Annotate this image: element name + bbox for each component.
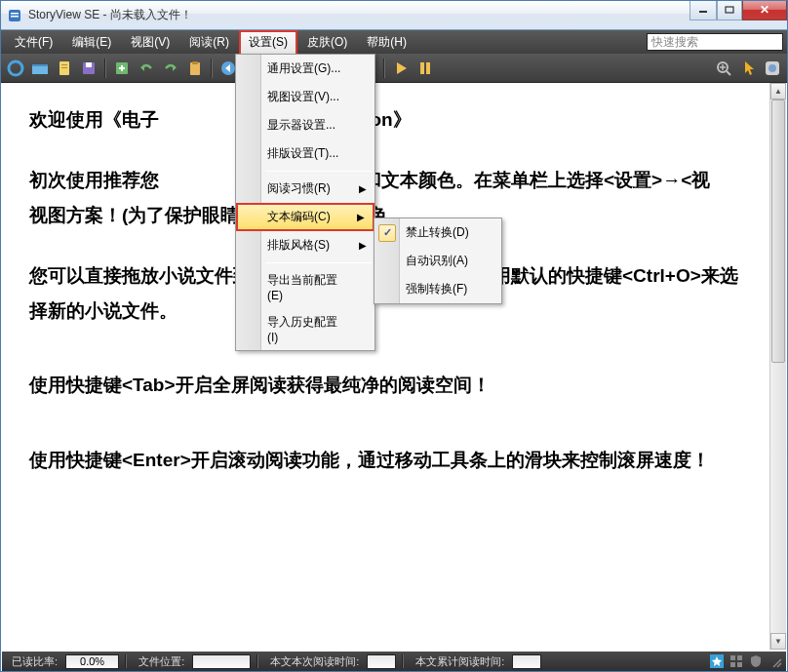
read-ratio-label: 已读比率: — [6, 654, 63, 669]
file-pos-label: 文件位置: — [133, 654, 190, 669]
submenu-arrow-icon: ▶ — [359, 240, 367, 251]
svg-rect-27 — [426, 62, 430, 74]
status-grid-icon[interactable] — [729, 654, 743, 668]
book-icon[interactable] — [54, 58, 75, 79]
svg-rect-34 — [730, 662, 735, 667]
window-controls: ✕ — [690, 1, 787, 20]
toolbar-sep — [104, 59, 106, 78]
content-p4: 使用快捷键<Tab>开启全屏阅读获得最纯净的阅读空间！ — [29, 368, 742, 403]
save-icon[interactable] — [78, 58, 99, 79]
search-input[interactable]: 快速搜索 — [647, 33, 783, 51]
svg-rect-7 — [61, 64, 67, 65]
submenu-arrow-icon: ▶ — [359, 183, 367, 194]
status-shield-icon[interactable] — [749, 654, 763, 668]
menu-layout-settings[interactable]: 排版设置(T)... — [236, 139, 374, 168]
submenu-disable-convert[interactable]: ✓ 禁止转换(D) — [374, 218, 501, 247]
maximize-button[interactable] — [717, 1, 742, 20]
status-resize-icon[interactable] — [768, 654, 782, 668]
toolbar-sep — [383, 59, 385, 78]
svg-rect-13 — [192, 61, 198, 64]
toolbar — [1, 54, 787, 83]
svg-rect-35 — [737, 662, 742, 667]
svg-rect-32 — [730, 655, 735, 660]
window-title: StoryView SE - 尚未载入文件！ — [28, 7, 690, 23]
content-p1: 欢迎使用《电子 econd Edition》 — [29, 102, 742, 138]
read-ratio-value: 0.0% — [65, 654, 119, 669]
svg-rect-33 — [737, 655, 742, 660]
vertical-scrollbar[interactable]: ▲ ▼ — [769, 83, 786, 650]
titlebar: StoryView SE - 尚未载入文件！ ✕ — [1, 1, 787, 30]
refresh-icon[interactable] — [5, 58, 26, 79]
svg-rect-8 — [61, 67, 67, 68]
open-folder-icon[interactable] — [29, 58, 51, 79]
app-icon — [7, 8, 22, 23]
zoom-in-icon[interactable] — [713, 58, 734, 79]
menu-read[interactable]: 阅读(R) — [179, 30, 239, 55]
total-time-value — [512, 654, 541, 669]
search-placeholder: 快速搜索 — [651, 34, 698, 51]
undo-icon[interactable] — [136, 58, 157, 79]
svg-rect-26 — [420, 62, 424, 74]
file-pos-value — [192, 654, 251, 669]
svg-rect-4 — [726, 7, 733, 13]
svg-rect-2 — [11, 16, 19, 18]
scroll-down-icon[interactable]: ▼ — [770, 633, 786, 650]
clipboard-icon[interactable] — [184, 58, 206, 79]
app-window: StoryView SE - 尚未载入文件！ ✕ 文件(F) 编辑(E) 视图(… — [0, 0, 788, 672]
svg-point-5 — [9, 61, 22, 75]
menu-layout-style[interactable]: 排版风格(S)▶ — [236, 231, 374, 259]
menu-view[interactable]: 视图(V) — [121, 30, 179, 55]
check-icon: ✓ — [378, 224, 396, 242]
menu-help[interactable]: 帮助(H) — [357, 30, 416, 55]
menu-display-settings[interactable]: 显示器设置... — [236, 111, 374, 139]
pause-icon[interactable] — [414, 58, 436, 79]
total-time-label: 本文累计阅读时间: — [410, 654, 510, 669]
content-area: 欢迎使用《电子 econd Edition》 初次使用推荐您 己的背景和文本颜色… — [2, 83, 786, 650]
menu-settings[interactable]: 设置(S) — [239, 30, 297, 55]
menu-general-settings[interactable]: 通用设置(G)... — [236, 55, 374, 83]
toolbar-sep — [211, 59, 213, 78]
menu-file[interactable]: 文件(F) — [5, 30, 62, 55]
settings-dropdown: 通用设置(G)... 视图设置(V)... 显示器设置... 排版设置(T)..… — [235, 54, 375, 351]
play-icon[interactable] — [390, 58, 412, 79]
menu-edit[interactable]: 编辑(E) — [62, 30, 121, 55]
svg-rect-10 — [86, 62, 92, 67]
pointer-icon[interactable] — [737, 58, 759, 79]
menu-reading-habit[interactable]: 阅读习惯(R)▶ — [236, 175, 374, 203]
menu-skin[interactable]: 皮肤(O) — [297, 30, 357, 55]
svg-point-30 — [768, 64, 776, 72]
menu-import-config[interactable]: 导入历史配置(I) — [236, 308, 374, 350]
menu-export-config[interactable]: 导出当前配置(E) — [236, 266, 374, 308]
app-icon-small[interactable] — [762, 58, 783, 79]
statusbar: 已读比率: 0.0% 文件位置: 本文本次阅读时间: 本文累计阅读时间: — [2, 652, 786, 671]
save-as-icon[interactable] — [111, 58, 133, 79]
status-star-icon[interactable] — [710, 654, 724, 668]
menu-separator — [265, 262, 373, 263]
session-time-label: 本文本次阅读时间: — [264, 654, 365, 669]
submenu-arrow-icon: ▶ — [357, 212, 365, 222]
submenu-auto-detect[interactable]: 自动识别(A) — [374, 247, 501, 275]
menu-view-settings[interactable]: 视图设置(V)... — [236, 83, 374, 111]
session-time-value — [367, 654, 396, 669]
menu-text-encoding[interactable]: 文本编码(C)▶ — [236, 203, 374, 231]
encoding-submenu: ✓ 禁止转换(D) 自动识别(A) 强制转换(F) — [374, 217, 502, 304]
redo-icon[interactable] — [160, 58, 181, 79]
content-p5: 使用快捷键<Enter>开启滚动阅读功能，通过移动工具条上的滑块来控制滚屏速度！ — [29, 443, 742, 478]
menubar: 文件(F) 编辑(E) 视图(V) 阅读(R) 设置(S) 皮肤(O) 帮助(H… — [1, 30, 787, 54]
submenu-force-convert[interactable]: 强制转换(F) — [374, 275, 501, 303]
close-button[interactable]: ✕ — [742, 1, 787, 20]
minimize-button[interactable] — [690, 1, 717, 20]
status-icons — [710, 654, 782, 668]
reading-content: 欢迎使用《电子 econd Edition》 初次使用推荐您 己的背景和文本颜色… — [2, 83, 769, 650]
svg-rect-3 — [699, 11, 707, 13]
menu-separator — [265, 171, 373, 172]
scroll-up-icon[interactable]: ▲ — [770, 83, 786, 99]
svg-rect-1 — [11, 13, 19, 15]
scroll-thumb[interactable] — [771, 99, 785, 363]
